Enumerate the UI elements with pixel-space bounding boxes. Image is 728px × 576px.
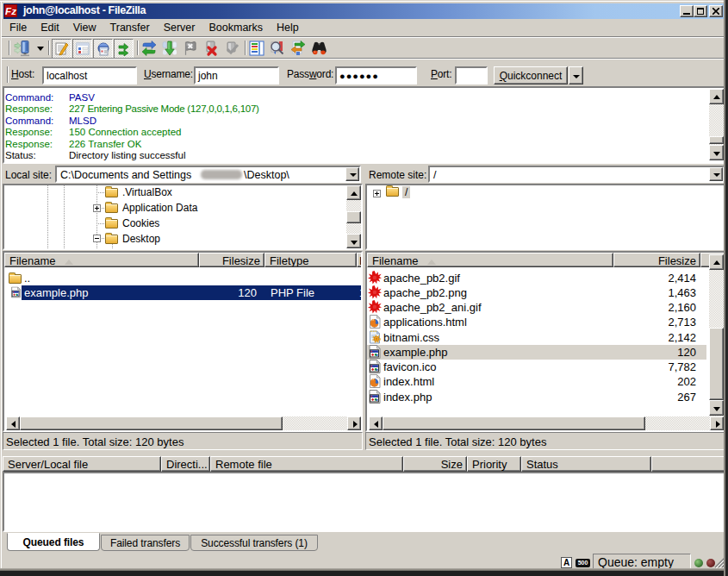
svg-text:Fz: Fz: [5, 6, 16, 16]
